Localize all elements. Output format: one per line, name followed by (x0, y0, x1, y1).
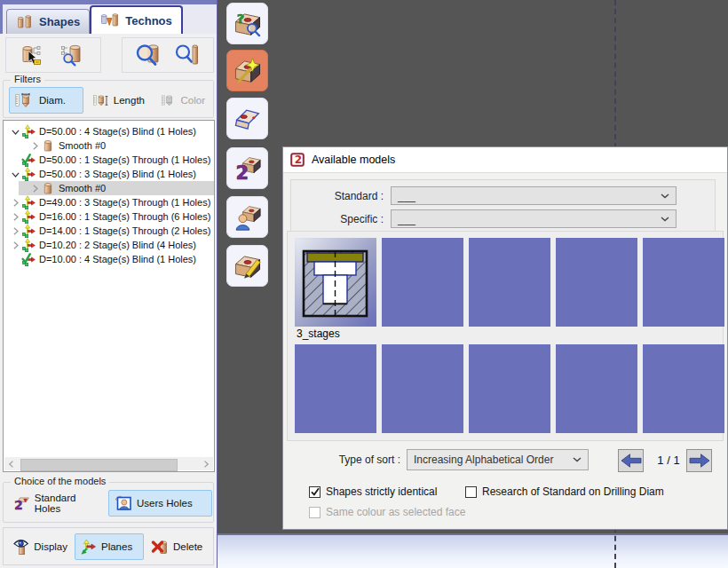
delete-icon (151, 539, 169, 555)
standard-select[interactable]: ___ (391, 186, 677, 205)
delete-button[interactable]: Delete (145, 533, 210, 560)
chevron-right-icon[interactable] (9, 225, 21, 237)
question-magnifier-icon (233, 10, 262, 38)
tree-item[interactable]: D=50.00 : 1 Stage(s) Through (1 Holes) (4, 153, 214, 167)
tab-shapes[interactable]: Shapes (6, 9, 90, 34)
check-icon (311, 487, 320, 496)
model-tile-empty[interactable] (295, 344, 376, 433)
planes-button[interactable]: Planes (75, 533, 144, 560)
model-tile-empty[interactable] (556, 238, 637, 327)
tree-item-label: D=10.00 : 4 Stage(s) Blind (1 Holes) (39, 254, 196, 264)
model-tile-empty[interactable] (643, 344, 724, 433)
filter-diam-button[interactable]: Diam. (9, 87, 83, 114)
users-holes-button[interactable]: Users Holes (108, 490, 212, 517)
display-button[interactable]: Display (6, 533, 74, 560)
dialog-titlebar[interactable]: Available models (283, 147, 727, 173)
holes-panel: Shapes Technos Filters Diam. (0, 0, 218, 568)
standard-value: ___ (398, 190, 415, 202)
edit-holes-button[interactable] (226, 245, 268, 287)
chevron-down-icon (661, 217, 669, 222)
page-indicator: 1 / 1 (649, 454, 688, 467)
filter-length-button[interactable]: Length (87, 87, 151, 114)
model-tile-empty[interactable] (382, 344, 463, 433)
chevron-right-icon[interactable] (9, 210, 21, 223)
chevron-right-icon[interactable] (28, 182, 41, 194)
face-selection-button[interactable] (226, 98, 268, 139)
model-tile-empty[interactable] (382, 238, 463, 327)
model-tile-empty[interactable] (469, 344, 550, 433)
chevron-down-icon[interactable] (9, 125, 21, 138)
tree-item[interactable]: D=14.00 : 1 Stage(s) Through (2 Holes) (4, 224, 214, 238)
hole-icon (21, 124, 36, 138)
tree-item[interactable]: D=50.00 : 3 Stage(s) Blind (1 Holes) (4, 167, 214, 181)
choice-of-models-group: Choice of the models Standard Holes User… (3, 482, 214, 523)
checkbox-box-checked[interactable] (309, 486, 320, 498)
hole-checked-icon (21, 153, 36, 167)
search-hole-button[interactable] (60, 43, 87, 67)
specific-label: Specific : (291, 213, 384, 225)
checkbox-research-standard[interactable]: Research of Standard on Drilling Diam (465, 485, 664, 498)
horizontal-scrollbar[interactable] (4, 457, 213, 470)
cylinder-icon (41, 138, 55, 153)
tree-item[interactable]: D=10.00 : 4 Stage(s) Blind (1 Holes) (4, 252, 214, 266)
tree-item[interactable]: D=50.00 : 4 Stage(s) Blind (1 Holes) (4, 124, 214, 138)
scrollbar-thumb[interactable] (20, 459, 178, 471)
scrollbar-track[interactable] (19, 457, 199, 470)
scroll-left-arrow[interactable] (4, 457, 19, 470)
face-plate-icon (233, 105, 262, 133)
model-tile-empty[interactable] (556, 344, 637, 433)
panel-tabs: Shapes Technos (0, 0, 217, 34)
tree-item[interactable]: Smooth #0 (4, 138, 214, 153)
tab-shapes-label: Shapes (39, 15, 80, 28)
wand-icon (233, 57, 262, 85)
checkbox-shapes-identical[interactable]: Shapes strictly identical (309, 485, 437, 498)
chevron-down-icon[interactable] (9, 168, 21, 180)
zoom-holes-button[interactable] (135, 43, 162, 67)
standard-holes-tool-button[interactable] (226, 147, 268, 189)
model-grid: 3_stages (287, 231, 724, 441)
model-thumbnail-3-stages (297, 240, 375, 325)
holes-toolbar (4, 37, 214, 73)
filter-color-label: Color (181, 95, 205, 106)
filters-group-label: Filters (11, 74, 44, 84)
scroll-right-arrow[interactable] (199, 457, 213, 470)
chevron-right-icon[interactable] (9, 239, 21, 251)
model-tile-empty[interactable] (643, 238, 724, 327)
user-holes-tool-button[interactable] (226, 196, 268, 238)
filter-length-label: Length (114, 95, 145, 106)
standard-2-icon (233, 154, 262, 183)
actions-bar: Display Planes Delete (3, 527, 214, 565)
pick-hole-button[interactable] (20, 43, 46, 67)
zoom-selection-button[interactable] (174, 43, 201, 67)
tree-item-label: D=50.00 : 1 Stage(s) Through (1 Holes) (39, 154, 210, 165)
tree-item-selected[interactable]: Smooth #0 (4, 181, 214, 195)
delete-label: Delete (173, 541, 202, 552)
standard-holes-label: Standard Holes (35, 493, 100, 514)
tab-technos[interactable]: Technos (90, 5, 183, 34)
recognize-holes-button[interactable] (226, 50, 268, 91)
display-label: Display (34, 541, 67, 552)
filter-color-button[interactable]: Color (154, 87, 211, 114)
cylinder-icon (41, 181, 55, 195)
next-page-button[interactable] (686, 449, 712, 472)
standard-holes-button[interactable]: Standard Holes (7, 490, 107, 517)
hole-icon (21, 224, 36, 238)
tree-item[interactable]: D=49.00 : 3 Stage(s) Through (1 Holes) (4, 195, 214, 209)
model-tile-3-stages[interactable] (295, 238, 376, 327)
spacer (9, 253, 21, 265)
specific-select[interactable]: ___ (391, 209, 677, 228)
checkbox-box-disabled (309, 507, 320, 518)
checkbox-box-unchecked[interactable] (465, 486, 477, 498)
chevron-down-icon (573, 457, 582, 462)
sort-select[interactable]: Increasing Alphabetical Order (407, 449, 589, 470)
analyze-holes-button[interactable] (226, 3, 268, 44)
standard-specific-group: Standard : ___ Specific : ___ (290, 179, 716, 234)
chevron-right-icon[interactable] (28, 139, 41, 152)
tree-item-label: D=10.20 : 2 Stage(s) Blind (4 Holes) (39, 240, 196, 250)
tree-item[interactable]: D=10.20 : 2 Stage(s) Blind (4 Holes) (4, 238, 214, 252)
prev-page-button[interactable] (618, 449, 644, 472)
tree-item[interactable]: D=16.00 : 1 Stage(s) Through (6 Holes) (4, 209, 214, 224)
model-tile-empty[interactable] (469, 238, 550, 327)
specific-value: ___ (398, 213, 415, 225)
chevron-right-icon[interactable] (9, 196, 21, 209)
